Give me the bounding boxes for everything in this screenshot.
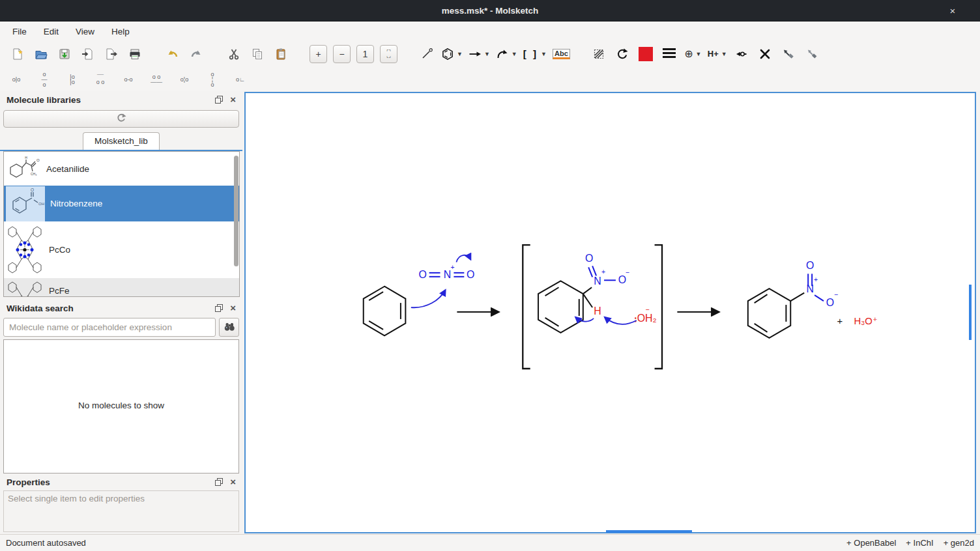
electron-flow-icon[interactable]: [733, 45, 751, 63]
mechanism-tool-1-icon[interactable]: [780, 45, 798, 63]
color-icon[interactable]: [637, 45, 655, 63]
float-panel-icon[interactable]: [215, 304, 223, 312]
rotate-icon[interactable]: [614, 45, 631, 63]
align-toolbar: o|oo—o|o|o¯¯o oo-oo o——o¦oo¦oo∟: [0, 67, 980, 91]
dropdown-arrow-icon[interactable]: ▼: [541, 51, 547, 57]
draw-bond-icon[interactable]: [418, 45, 435, 63]
copy-icon[interactable]: [248, 45, 266, 63]
charge-icon[interactable]: ⊕▼: [684, 45, 702, 63]
window-close-icon[interactable]: ×: [946, 5, 959, 18]
menubar: FileEditViewHelp: [0, 22, 980, 40]
undo-icon[interactable]: [164, 45, 181, 63]
arenium-intermediate[interactable]: O N + O − H OH₂ −: [523, 245, 662, 369]
menu-help[interactable]: Help: [103, 24, 138, 39]
properties-panel: Properties × Select single item to edit …: [0, 473, 242, 532]
atom-label-N: N: [806, 283, 813, 294]
atom-label-O: O: [419, 269, 427, 280]
electron-push-arrow[interactable]: [605, 317, 637, 324]
cut-icon[interactable]: [225, 45, 242, 63]
new-document-icon[interactable]: ★: [8, 45, 26, 63]
library-item-pcco[interactable]: PcCo: [4, 221, 239, 278]
dropdown-arrow-icon[interactable]: ▼: [696, 51, 702, 57]
delete-icon[interactable]: [757, 45, 774, 63]
align-left-icon[interactable]: |o|o: [65, 70, 80, 89]
float-panel-icon[interactable]: [215, 96, 223, 104]
space-horizontal-icon[interactable]: o¦o: [177, 70, 192, 89]
molecule-thumbnail: [6, 278, 44, 297]
molecule-thumbnail: HOCH₃: [6, 154, 41, 183]
wikidata-result-list[interactable]: No molecules to show: [3, 339, 239, 473]
reaction-arrow-icon[interactable]: ▼: [468, 45, 490, 63]
dropdown-arrow-icon[interactable]: ▼: [512, 51, 517, 57]
dropdown-arrow-icon[interactable]: ▼: [484, 51, 490, 57]
svg-text:OH: OH: [38, 201, 44, 205]
electron-push-arrow[interactable]: [575, 317, 594, 322]
search-button[interactable]: [219, 318, 239, 337]
library-item-nitrobenzene[interactable]: OOHNitrobenzene: [4, 186, 239, 221]
space-vertical-icon[interactable]: o¦o: [205, 70, 220, 89]
atom-label-H: H: [594, 305, 601, 317]
zoom-original-icon[interactable]: 1: [356, 45, 374, 63]
zoom-fit-icon[interactable]: ⌜⌝⌞⌟: [380, 45, 397, 63]
library-item-acetanilide[interactable]: HOCH₃Acetanilide: [4, 152, 239, 186]
line-width-icon[interactable]: [661, 45, 678, 63]
mechanism-tool-2-icon[interactable]: [803, 45, 821, 63]
bracket-icon[interactable]: [ ]▼: [523, 45, 547, 63]
svg-text:O: O: [36, 158, 40, 162]
window-title: mess.msk* - Molsketch: [442, 6, 539, 16]
tab-molsketch-lib[interactable]: Molsketch_lib: [83, 132, 160, 150]
close-panel-icon[interactable]: ×: [230, 304, 236, 312]
dropdown-arrow-icon[interactable]: ▼: [721, 51, 727, 57]
nitronium-ion[interactable]: O N + O: [419, 255, 475, 281]
align-bottom-icon[interactable]: o o——: [149, 70, 164, 89]
clean-geometry-icon[interactable]: o∟: [233, 70, 248, 89]
molecule-list[interactable]: HOCH₃AcetanilideOOHNitrobenzenePcCoPcFe: [3, 151, 240, 297]
drawing-canvas[interactable]: O N + O O N + O − H: [244, 92, 976, 533]
electron-push-arrow[interactable]: [411, 290, 446, 307]
import-icon[interactable]: [79, 45, 96, 63]
statusbar: Document autosaved + OpenBabel+ InChI+ g…: [0, 534, 980, 551]
hydrogen-icon[interactable]: H+▼: [708, 45, 727, 63]
ring-icon[interactable]: ▼: [441, 45, 463, 63]
list-scrollbar-thumb[interactable]: [234, 156, 238, 266]
zoom-in-icon[interactable]: +: [310, 45, 327, 63]
library-item-pcfe[interactable]: PcFe: [4, 278, 239, 297]
flip-vertical-icon[interactable]: o—o: [36, 70, 52, 89]
charge-label-minus: −: [626, 269, 629, 276]
menu-file[interactable]: File: [4, 24, 35, 39]
wikidata-search-input[interactable]: [3, 318, 216, 337]
plus-sign: +: [837, 316, 843, 326]
plugin-status: + OpenBabel: [846, 538, 896, 548]
float-panel-icon[interactable]: [215, 478, 223, 486]
paste-icon[interactable]: [272, 45, 289, 63]
lasso-icon[interactable]: [590, 45, 608, 63]
horizontal-scrollbar-thumb[interactable]: [606, 530, 692, 533]
align-top-icon[interactable]: ¯¯o o: [93, 70, 108, 89]
print-icon[interactable]: [126, 45, 143, 63]
benzene-molecule[interactable]: [364, 287, 406, 336]
menu-view[interactable]: View: [67, 24, 103, 39]
redo-icon[interactable]: [187, 45, 205, 63]
save-icon[interactable]: [55, 45, 73, 63]
electron-push-arrow[interactable]: [456, 255, 470, 262]
menu-edit[interactable]: Edit: [35, 24, 67, 39]
dropdown-arrow-icon[interactable]: ▼: [457, 51, 463, 57]
close-panel-icon[interactable]: ×: [230, 96, 236, 104]
mechanism-arrow-icon[interactable]: ▼: [496, 45, 517, 63]
titlebar[interactable]: mess.msk* - Molsketch ×: [0, 0, 980, 21]
text-icon[interactable]: Abc: [553, 45, 570, 63]
refresh-libraries-button[interactable]: [3, 110, 239, 128]
wikidata-panel-header: Wikidata search ×: [0, 300, 242, 317]
hydronium-label[interactable]: H₃O⁺: [854, 316, 878, 326]
properties-panel-header: Properties ×: [0, 473, 242, 490]
flip-horizontal-icon[interactable]: o|o: [8, 70, 24, 89]
export-icon[interactable]: [102, 45, 120, 63]
vertical-scrollbar-thumb[interactable]: [969, 285, 972, 340]
align-horizontal-icon[interactable]: o-o: [121, 70, 136, 89]
zoom-out-icon[interactable]: −: [333, 45, 351, 63]
left-bracket: [523, 245, 530, 369]
nitrobenzene-product[interactable]: O N + O −: [748, 260, 838, 337]
empty-list-message: No molecules to show: [4, 401, 238, 410]
close-panel-icon[interactable]: ×: [230, 478, 236, 486]
open-icon[interactable]: [32, 45, 50, 63]
